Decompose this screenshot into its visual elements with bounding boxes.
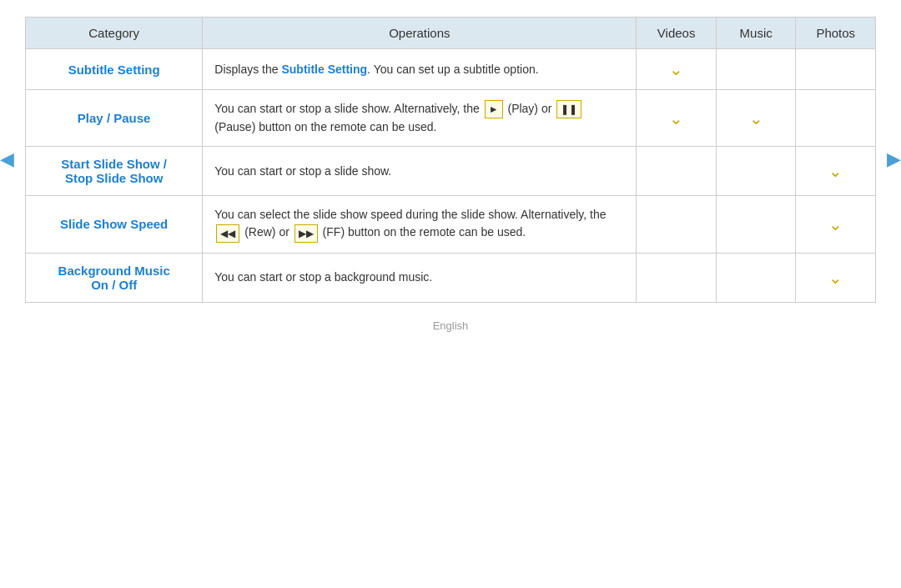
category-cell: Start Slide Show /Stop Slide Show (26, 147, 203, 196)
operations-cell: Displays the Subtitle Setting. You can s… (203, 49, 637, 90)
col-header-music: Music (716, 18, 796, 49)
videos-check-cell (637, 147, 717, 196)
category-cell: Slide Show Speed (26, 196, 203, 253)
music-check-cell (716, 253, 796, 302)
col-header-category: Category (26, 18, 203, 49)
table-container: ◀ ▶ Category Operations Videos Music Pho… (25, 17, 876, 303)
table-row: Subtitle SettingDisplays the Subtitle Se… (26, 49, 876, 90)
col-header-operations: Operations (203, 18, 637, 49)
check-icon: ⌄ (828, 161, 843, 181)
music-check-cell (716, 49, 796, 90)
operations-cell: You can start or stop a slide show. (203, 147, 637, 196)
videos-check-cell: ⌄ (637, 49, 717, 90)
photos-check-cell (796, 49, 876, 90)
videos-check-cell (637, 196, 717, 253)
videos-check-cell (637, 253, 717, 302)
operations-cell: You can start or stop a background music… (203, 253, 637, 302)
operations-cell: You can start or stop a slide show. Alte… (203, 90, 637, 147)
nav-right-arrow[interactable]: ▶ (887, 148, 901, 170)
check-icon: ⌄ (828, 214, 843, 234)
music-check-cell: ⌄ (716, 90, 796, 147)
check-icon: ⌄ (828, 268, 843, 288)
page-wrapper: ◀ ▶ Category Operations Videos Music Pho… (0, 0, 901, 588)
category-cell: Play / Pause (26, 90, 203, 147)
nav-left-arrow[interactable]: ◀ (0, 148, 14, 170)
photos-check-cell (796, 90, 876, 147)
category-cell: Subtitle Setting (26, 49, 203, 90)
check-icon: ⌄ (669, 108, 683, 128)
check-icon: ⌄ (749, 108, 763, 128)
photos-check-cell: ⌄ (796, 253, 876, 302)
col-header-photos: Photos (796, 18, 876, 49)
videos-check-cell: ⌄ (637, 90, 717, 147)
operations-cell: You can select the slide show speed duri… (203, 196, 637, 253)
table-row: Background MusicOn / OffYou can start or… (26, 253, 876, 302)
category-cell: Background MusicOn / Off (26, 253, 203, 302)
photos-check-cell: ⌄ (796, 147, 876, 196)
photos-check-cell: ⌄ (796, 196, 876, 253)
footer-language: English (433, 319, 469, 332)
main-table: Category Operations Videos Music Photos … (25, 17, 876, 303)
table-row: Play / PauseYou can start or stop a slid… (26, 90, 876, 147)
check-icon: ⌄ (669, 59, 683, 79)
music-check-cell (716, 196, 796, 253)
table-header-row: Category Operations Videos Music Photos (26, 18, 876, 49)
music-check-cell (716, 147, 796, 196)
col-header-videos: Videos (637, 18, 717, 49)
table-row: Slide Show SpeedYou can select the slide… (26, 196, 876, 253)
table-row: Start Slide Show /Stop Slide ShowYou can… (26, 147, 876, 196)
